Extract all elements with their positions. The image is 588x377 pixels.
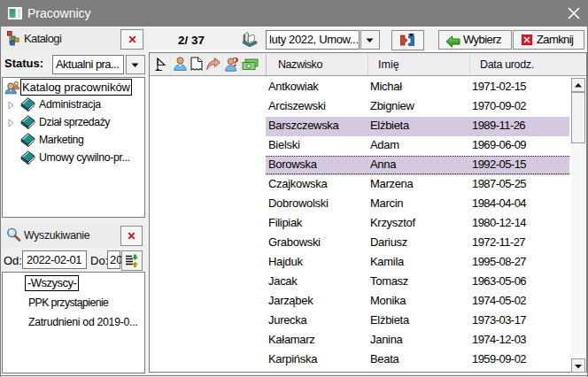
svg-text:?: ? — [232, 57, 239, 69]
